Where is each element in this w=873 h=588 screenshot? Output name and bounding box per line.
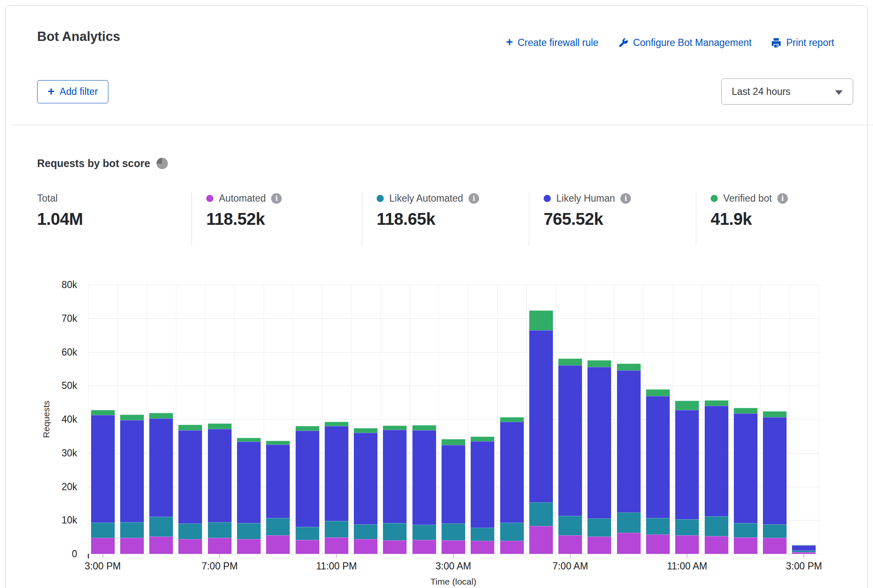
bar-7-00-am[interactable] xyxy=(558,359,582,554)
bar-2-00-pm[interactable] xyxy=(763,411,787,554)
segment-likely-human xyxy=(529,330,553,502)
gridline-v xyxy=(117,285,118,554)
bar-6-00-am[interactable] xyxy=(529,310,553,554)
bar-5-00-am[interactable] xyxy=(500,417,524,554)
gridline-v xyxy=(176,285,176,554)
segment-likely-automated xyxy=(792,550,816,552)
gridline-v xyxy=(410,285,410,554)
bar-1-00-am[interactable] xyxy=(383,426,407,554)
bar-3-00-am[interactable] xyxy=(442,439,465,554)
segment-automated xyxy=(296,540,319,554)
gridline-v xyxy=(789,285,790,554)
time-range-value: Last 24 hours xyxy=(732,86,790,97)
header-separator xyxy=(11,125,873,125)
segment-likely-human xyxy=(91,415,115,522)
gridline-v xyxy=(293,285,293,554)
segment-likely-automated xyxy=(120,522,144,538)
bar-3-00-pm[interactable] xyxy=(91,410,115,554)
bar-9-00-pm[interactable] xyxy=(266,441,290,554)
bar-11-00-pm[interactable] xyxy=(325,422,348,554)
print-report-link[interactable]: Print report xyxy=(771,37,834,49)
plus-icon: + xyxy=(48,86,54,97)
segment-likely-automated xyxy=(91,523,115,538)
segment-likely-automated xyxy=(296,527,319,540)
segment-automated xyxy=(354,539,377,554)
gridline-v xyxy=(380,285,381,554)
stat-likely-automated-label: Likely Automated xyxy=(389,193,463,204)
add-filter-button[interactable]: + Add filter xyxy=(37,80,108,103)
segment-likely-human xyxy=(763,417,787,524)
segment-verified-bot xyxy=(383,426,407,430)
bar-5-00-pm[interactable] xyxy=(149,413,173,554)
x-tick-mark xyxy=(803,554,804,558)
print-report-label: Print report xyxy=(786,37,834,49)
y-tick-label: 50k xyxy=(5,379,77,392)
segment-verified-bot xyxy=(587,360,611,367)
printer-icon xyxy=(771,38,781,48)
bar-4-00-am[interactable] xyxy=(471,437,494,554)
x-tick-label: 7:00 AM xyxy=(552,561,588,572)
segment-automated xyxy=(471,541,494,554)
bar-7-00-pm[interactable] xyxy=(208,423,232,554)
bar-11-00-am[interactable] xyxy=(675,401,699,554)
gridline-h xyxy=(88,285,819,285)
bar-12-00-pm[interactable] xyxy=(705,400,728,554)
time-range-dropdown[interactable]: Last 24 hours xyxy=(721,78,853,105)
segment-likely-automated xyxy=(587,518,611,537)
segment-automated xyxy=(149,537,173,554)
segment-likely-automated xyxy=(325,521,348,537)
stat-total-value: 1.04M xyxy=(37,210,176,229)
segment-likely-automated xyxy=(412,525,436,540)
bar-3-00-pm[interactable] xyxy=(792,545,816,554)
info-icon[interactable]: i xyxy=(620,193,631,204)
stat-likely-automated-value: 118.65k xyxy=(377,210,518,229)
segment-verified-bot xyxy=(763,411,787,417)
segment-likely-automated xyxy=(734,523,757,537)
segment-automated xyxy=(617,533,641,554)
segment-verified-bot xyxy=(120,415,144,420)
stacked-bar-chart xyxy=(88,285,819,554)
bar-9-00-am[interactable] xyxy=(617,364,641,554)
legend-dot-automated xyxy=(206,195,213,202)
segment-likely-human xyxy=(734,413,757,523)
segment-automated xyxy=(734,537,757,554)
configure-bot-management-link[interactable]: Configure Bot Management xyxy=(618,37,752,49)
info-icon[interactable]: i xyxy=(777,193,788,204)
pie-chart-icon xyxy=(156,158,168,169)
x-tick-label: 7:00 PM xyxy=(202,561,238,572)
segment-verified-bot xyxy=(675,401,699,410)
y-tick-label: 60k xyxy=(5,346,77,359)
gridline-v xyxy=(351,285,352,554)
info-icon[interactable]: i xyxy=(469,193,479,204)
segment-likely-human xyxy=(208,429,232,522)
segment-likely-human xyxy=(442,445,465,524)
segment-likely-human xyxy=(296,431,319,527)
segment-verified-bot xyxy=(529,310,553,330)
bar-8-00-am[interactable] xyxy=(587,360,611,554)
bar-10-00-am[interactable] xyxy=(646,389,670,554)
gridline-h xyxy=(88,386,819,386)
segment-likely-automated xyxy=(442,523,465,540)
segment-verified-bot xyxy=(237,438,261,442)
create-firewall-rule-label: Create firewall rule xyxy=(517,37,598,49)
bar-1-00-pm[interactable] xyxy=(734,408,757,554)
segment-verified-bot xyxy=(705,400,728,406)
bar-4-00-pm[interactable] xyxy=(120,415,144,554)
gridline-v xyxy=(526,285,527,554)
gridline-v xyxy=(322,285,322,554)
bar-12-00-am[interactable] xyxy=(354,428,377,554)
segment-verified-bot xyxy=(617,364,641,370)
segment-likely-human xyxy=(412,430,436,525)
x-tick-label: 3:00 PM xyxy=(786,561,822,572)
segment-likely-human xyxy=(149,418,173,517)
create-firewall-rule-link[interactable]: + Create firewall rule xyxy=(506,37,598,49)
bar-10-00-pm[interactable] xyxy=(296,426,319,554)
bar-2-00-am[interactable] xyxy=(412,425,436,554)
segment-likely-automated xyxy=(266,518,290,535)
stat-likely-human-value: 765.52k xyxy=(544,210,685,229)
bar-8-00-pm[interactable] xyxy=(237,438,261,554)
segment-automated xyxy=(500,541,524,554)
stat-automated-value: 118.52k xyxy=(206,210,348,229)
bar-6-00-pm[interactable] xyxy=(178,425,202,554)
info-icon[interactable]: i xyxy=(271,193,282,204)
